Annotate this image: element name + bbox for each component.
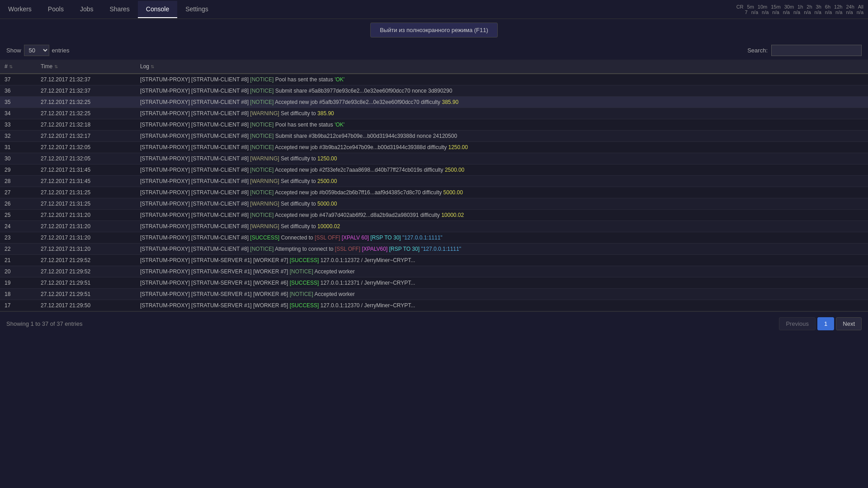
cell-time: 27.12.2017 21:32:25 (36, 97, 136, 108)
stat-header-12h: 12h (834, 4, 842, 9)
stat-val-12h: n/a (835, 9, 842, 15)
tab-pools[interactable]: Pools (40, 1, 72, 18)
table-row: 3427.12.2017 21:32:25[STRATUM-PROXY] [ST… (0, 108, 868, 119)
cell-log: [STRATUM-PROXY] [STRATUM-CLIENT #8] [NOT… (136, 210, 868, 221)
cell-num: 18 (0, 289, 36, 300)
stat-val-3h: n/a (815, 9, 821, 15)
cell-time: 27.12.2017 21:32:17 (36, 131, 136, 142)
cell-log: [STRATUM-PROXY] [STRATUM-SERVER #1] [WOR… (136, 255, 868, 266)
table-row: 3727.12.2017 21:32:37[STRATUM-PROXY] [ST… (0, 74, 868, 85)
tab-jobs[interactable]: Jobs (72, 1, 102, 18)
stat-val-all: n/a (857, 9, 863, 15)
fullscreen-button[interactable]: Выйти из полноэкранного режима (F11) (370, 23, 498, 38)
cell-time: 27.12.2017 21:29:52 (36, 266, 136, 277)
table-row: 3627.12.2017 21:32:37[STRATUM-PROXY] [ST… (0, 85, 868, 97)
previous-button[interactable]: Previous (779, 317, 816, 330)
cell-log: [STRATUM-PROXY] [STRATUM-CLIENT #8] [WAR… (136, 153, 868, 164)
cell-log: [STRATUM-PROXY] [STRATUM-CLIENT #8] [NOT… (136, 164, 868, 176)
table-row: 2127.12.2017 21:29:52[STRATUM-PROXY] [ST… (0, 255, 868, 266)
stat-header-cr: CR (736, 4, 744, 9)
cell-num: 24 (0, 221, 36, 232)
cell-num: 30 (0, 153, 36, 164)
cell-log: [STRATUM-PROXY] [STRATUM-CLIENT #8] [NOT… (136, 244, 868, 255)
cell-num: 33 (0, 119, 36, 131)
stat-header-3h: 3h (816, 4, 821, 9)
table-row: 1727.12.2017 21:29:50[STRATUM-PROXY] [ST… (0, 300, 868, 311)
sort-icon-log: ⇅ (151, 64, 154, 69)
table-row: 2327.12.2017 21:31:20[STRATUM-PROXY] [ST… (0, 232, 868, 244)
cell-log: [STRATUM-PROXY] [STRATUM-CLIENT #8] [WAR… (136, 221, 868, 232)
cell-log: [STRATUM-PROXY] [STRATUM-CLIENT #8] [NOT… (136, 74, 868, 85)
tab-shares[interactable]: Shares (101, 1, 137, 18)
cell-num: 27 (0, 187, 36, 198)
table-row: 3527.12.2017 21:32:25[STRATUM-PROXY] [ST… (0, 97, 868, 108)
cell-time: 27.12.2017 21:31:45 (36, 176, 136, 187)
cell-time: 27.12.2017 21:29:51 (36, 289, 136, 300)
stat-val-24h: n/a (846, 9, 853, 15)
search-label: Search: (747, 47, 768, 54)
cell-num: 20 (0, 266, 36, 277)
cell-time: 27.12.2017 21:32:18 (36, 119, 136, 131)
show-label: Show (6, 47, 21, 54)
stat-header-6h: 6h (825, 4, 830, 9)
col-header-log[interactable]: Log ⇅ (136, 60, 868, 74)
show-entries-control: Show 50 10 25 100 entries (6, 45, 70, 56)
cell-num: 17 (0, 300, 36, 311)
page-1-button[interactable]: 1 (817, 317, 834, 330)
cell-log: [STRATUM-PROXY] [STRATUM-SERVER #1] [WOR… (136, 277, 868, 289)
log-table: # ⇅ Time ⇅ Log ⇅ 3727.12.2017 21:32:37[S… (0, 60, 868, 311)
col-header-num[interactable]: # ⇅ (0, 60, 36, 74)
stat-val-1h: n/a (793, 9, 800, 15)
entries-select[interactable]: 50 10 25 100 (24, 45, 49, 56)
cell-num: 37 (0, 74, 36, 85)
entries-label: entries (52, 47, 70, 54)
cell-time: 27.12.2017 21:32:05 (36, 142, 136, 153)
cell-log: [STRATUM-PROXY] [STRATUM-CLIENT #8] [NOT… (136, 85, 868, 97)
cell-time: 27.12.2017 21:32:25 (36, 108, 136, 119)
cell-num: 31 (0, 142, 36, 153)
stat-val-30m: n/a (783, 9, 790, 15)
stat-val-2h: n/a (804, 9, 811, 15)
stat-val-10m: n/a (762, 9, 769, 15)
stat-header-24h: 24h (846, 4, 854, 9)
cell-time: 27.12.2017 21:31:20 (36, 210, 136, 221)
cell-time: 27.12.2017 21:31:20 (36, 244, 136, 255)
cell-time: 27.12.2017 21:31:20 (36, 221, 136, 232)
table-header-row: # ⇅ Time ⇅ Log ⇅ (0, 60, 868, 74)
col-header-time[interactable]: Time ⇅ (36, 60, 136, 74)
search-input[interactable] (771, 45, 862, 56)
cell-log: [STRATUM-PROXY] [STRATUM-CLIENT #8] [SUC… (136, 232, 868, 244)
cell-time: 27.12.2017 21:32:37 (36, 74, 136, 85)
tab-console[interactable]: Console (138, 1, 177, 18)
table-row: 1827.12.2017 21:29:51[STRATUM-PROXY] [ST… (0, 289, 868, 300)
cell-log: [STRATUM-PROXY] [STRATUM-SERVER #1] [WOR… (136, 289, 868, 300)
sort-icon-time: ⇅ (54, 64, 58, 69)
tab-workers[interactable]: Workers (0, 1, 40, 18)
cell-log: [STRATUM-PROXY] [STRATUM-CLIENT #8] [NOT… (136, 119, 868, 131)
table-row: 3227.12.2017 21:32:17[STRATUM-PROXY] [ST… (0, 131, 868, 142)
table-container: # ⇅ Time ⇅ Log ⇅ 3727.12.2017 21:32:37[S… (0, 60, 868, 311)
top-navigation: Workers Pools Jobs Shares Console Settin… (0, 0, 868, 19)
cell-num: 32 (0, 131, 36, 142)
table-row: 3127.12.2017 21:32:05[STRATUM-PROXY] [ST… (0, 142, 868, 153)
cell-num: 28 (0, 176, 36, 187)
table-row: 2627.12.2017 21:31:25[STRATUM-PROXY] [ST… (0, 198, 868, 210)
cell-num: 29 (0, 164, 36, 176)
cell-log: [STRATUM-PROXY] [STRATUM-CLIENT #8] [WAR… (136, 108, 868, 119)
stat-val-5m: n/a (751, 9, 758, 15)
cell-log: [STRATUM-PROXY] [STRATUM-CLIENT #8] [NOT… (136, 131, 868, 142)
tab-settings[interactable]: Settings (177, 1, 217, 18)
cell-log: [STRATUM-PROXY] [STRATUM-CLIENT #8] [NOT… (136, 97, 868, 108)
stats-values: 7 n/a n/a n/a n/a n/a n/a n/a n/a n/a n/… (745, 9, 863, 15)
cell-time: 27.12.2017 21:32:37 (36, 85, 136, 97)
stat-header-all: All (858, 4, 863, 9)
next-button[interactable]: Next (836, 317, 862, 330)
cell-num: 34 (0, 108, 36, 119)
stat-header-30m: 30m (784, 4, 794, 9)
search-area: Search: (747, 45, 862, 56)
cell-time: 27.12.2017 21:29:52 (36, 255, 136, 266)
pagination: Previous 1 Next (779, 317, 862, 330)
cell-time: 27.12.2017 21:29:51 (36, 277, 136, 289)
cell-log: [STRATUM-PROXY] [STRATUM-CLIENT #8] [NOT… (136, 142, 868, 153)
cell-num: 36 (0, 85, 36, 97)
